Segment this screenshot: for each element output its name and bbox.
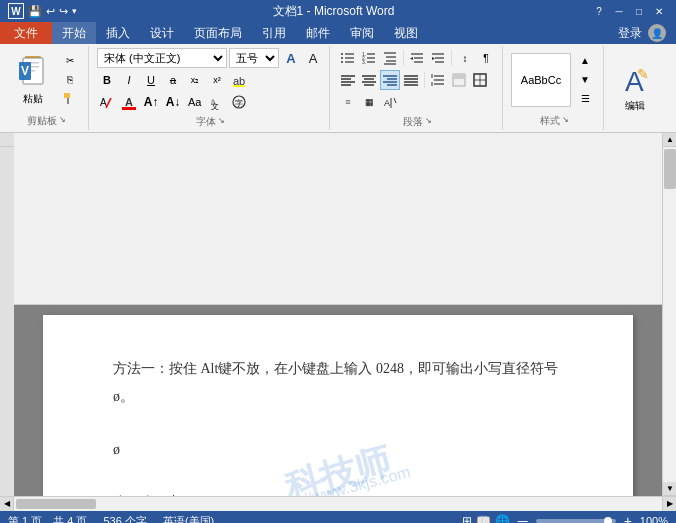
text-highlight-button[interactable]: ab	[229, 70, 249, 90]
font-size-select[interactable]: 五号 四号 三号	[229, 48, 279, 68]
align-left-button[interactable]	[338, 70, 358, 90]
chinese-layout-button[interactable]: ≡	[338, 92, 358, 112]
zoom-minus[interactable]: ─	[518, 513, 528, 523]
title-bar: W 💾 ↩ ↪ ▾ 文档1 - Microsoft Word ? ─ □ ✕	[0, 0, 676, 22]
multilevel-list-button[interactable]	[380, 48, 400, 68]
multilevel-list-icon	[382, 50, 398, 66]
paragraph-expander[interactable]: ↘	[425, 116, 432, 125]
change-case-icon: Aa	[187, 94, 203, 110]
change-case-button[interactable]: Aa	[185, 92, 205, 112]
print-layout-view[interactable]: ⊞	[462, 514, 472, 523]
ordered-list-icon: 1. 2. 3.	[361, 50, 377, 66]
show-marks-button[interactable]: ¶	[476, 48, 496, 68]
cut-button[interactable]: ✂	[58, 52, 82, 70]
restore-button[interactable]: □	[630, 3, 648, 19]
zoom-plus[interactable]: +	[624, 513, 632, 523]
zoom-slider[interactable]	[536, 519, 616, 523]
align-center-icon	[361, 72, 377, 88]
format-painter-button[interactable]	[58, 90, 82, 108]
superscript-button[interactable]: x²	[207, 70, 227, 90]
design-menu[interactable]: 设计	[140, 22, 184, 44]
review-menu[interactable]: 审阅	[340, 22, 384, 44]
font-size-grow-button[interactable]: A↑	[141, 92, 161, 112]
document-line3[interactable]: 小写直径	[113, 489, 563, 496]
edit-button[interactable]: A ✎ 编辑	[612, 58, 658, 118]
zoom-thumb[interactable]	[604, 517, 612, 523]
underline-button[interactable]: U	[141, 70, 161, 90]
word-art-button[interactable]: A	[281, 48, 301, 68]
justify-button[interactable]	[401, 70, 421, 90]
font-expander[interactable]: ↘	[218, 116, 225, 125]
scroll-thumb[interactable]	[664, 149, 676, 189]
home-menu[interactable]: 开始	[52, 22, 96, 44]
zoom-level[interactable]: 100%	[640, 515, 668, 523]
format-painter-icon	[62, 91, 78, 107]
styles-scroll-up[interactable]: ▲	[573, 52, 597, 70]
clear-format-button[interactable]: A	[97, 92, 117, 112]
svg-text:V: V	[21, 64, 29, 78]
undo-icon[interactable]: ↩	[46, 5, 55, 18]
page-layout-menu[interactable]: 页面布局	[184, 22, 252, 44]
font-size-shrink-button[interactable]: A↓	[163, 92, 183, 112]
help-button[interactable]: ?	[590, 3, 608, 19]
document-page[interactable]: 科技师 https://www.3kjs.com 方法一：按住 Alt键不放，在…	[43, 315, 633, 496]
phonetic-guide-button[interactable]: ā 文	[207, 92, 227, 112]
mailings-menu[interactable]: 邮件	[296, 22, 340, 44]
scroll-track[interactable]	[663, 147, 676, 482]
status-bar: 第 1 页，共 4 页 536 个字 英语(美国) ⊞ 📖 🌐 ─ + 100%	[0, 510, 676, 523]
para-row2	[338, 70, 496, 90]
scroll-right-arrow[interactable]: ▶	[662, 497, 676, 511]
file-menu[interactable]: 文件	[0, 22, 52, 44]
decrease-indent-button[interactable]	[407, 48, 427, 68]
copy-button[interactable]: ⎘	[58, 71, 82, 89]
styles-preview-box[interactable]: AaBbCc	[511, 53, 571, 107]
paste-label: 粘贴	[23, 92, 43, 106]
web-view[interactable]: 🌐	[495, 514, 510, 523]
align-right-button[interactable]	[380, 70, 400, 90]
horizontal-scroll-thumb[interactable]	[16, 499, 96, 509]
styles-more[interactable]: ☰	[573, 90, 597, 108]
scroll-up-arrow[interactable]: ▲	[663, 133, 676, 147]
scroll-left-arrow[interactable]: ◀	[0, 497, 14, 511]
bold-button[interactable]: B	[97, 70, 117, 90]
line-spacing-button[interactable]	[428, 70, 448, 90]
italic-button[interactable]: I	[119, 70, 139, 90]
align-center-button[interactable]	[359, 70, 379, 90]
text-direction-button[interactable]: A	[380, 92, 400, 112]
encircle-char-button[interactable]: 字	[229, 92, 249, 112]
clipboard-expander[interactable]: ↘	[59, 115, 66, 124]
minimize-button[interactable]: ─	[610, 3, 628, 19]
unordered-list-button[interactable]	[338, 48, 358, 68]
sort-button[interactable]: ↕	[455, 48, 475, 68]
references-menu[interactable]: 引用	[252, 22, 296, 44]
clipboard-small-buttons: ✂ ⎘	[58, 52, 82, 108]
reading-view[interactable]: 📖	[476, 514, 491, 523]
save-icon[interactable]: 💾	[28, 5, 42, 18]
paste-button[interactable]: V 粘贴	[10, 50, 56, 110]
styles-expander[interactable]: ↘	[562, 115, 569, 124]
ordered-list-button[interactable]: 1. 2. 3.	[359, 48, 379, 68]
font-name-select[interactable]: 宋体 (中文正文)	[97, 48, 227, 68]
document-empty-line2	[113, 464, 563, 489]
font-row1: 宋体 (中文正文) 五号 四号 三号 A A	[97, 48, 323, 68]
font-color-button[interactable]: A	[119, 92, 139, 112]
column-button[interactable]: ▦	[359, 92, 379, 112]
editing-content: A ✎ 编辑	[612, 48, 658, 128]
shading-button[interactable]	[449, 70, 469, 90]
document-body[interactable]: 科技师 https://www.3kjs.com 方法一：按住 Alt键不放，在…	[14, 305, 662, 496]
para-row3: ≡ ▦ A	[338, 92, 496, 112]
view-menu[interactable]: 视图	[384, 22, 428, 44]
login-button[interactable]: 登录 👤	[608, 22, 676, 44]
close-button[interactable]: ✕	[650, 3, 668, 19]
strikethrough-button[interactable]: a	[163, 70, 183, 90]
scroll-down-arrow[interactable]: ▼	[663, 482, 676, 496]
styles-scroll-down[interactable]: ▼	[573, 71, 597, 89]
text-effects-button[interactable]: A	[303, 48, 323, 68]
insert-menu[interactable]: 插入	[96, 22, 140, 44]
borders-button[interactable]	[470, 70, 490, 90]
subscript-button[interactable]: x₂	[185, 70, 205, 90]
increase-indent-button[interactable]	[428, 48, 448, 68]
horizontal-scroll-track[interactable]	[14, 497, 662, 511]
ruler-corner	[0, 133, 14, 147]
redo-icon[interactable]: ↪	[59, 5, 68, 18]
